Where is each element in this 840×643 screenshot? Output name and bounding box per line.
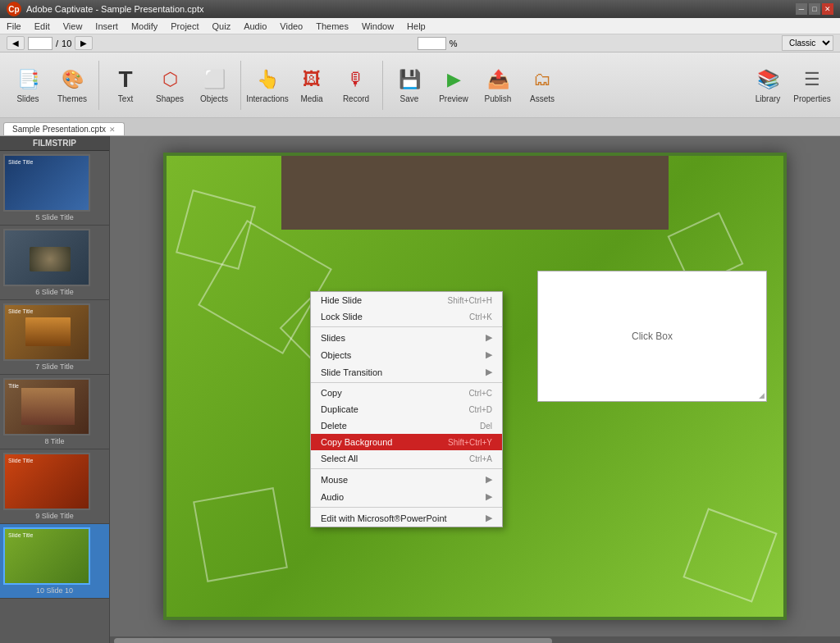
save-label: Save (400, 94, 419, 103)
nav-prev-button[interactable]: ◀ (7, 36, 25, 50)
ctx-duplicate-shortcut: Ctrl+D (468, 405, 492, 414)
sep-3 (382, 61, 383, 110)
publish-button[interactable]: 📤 Publish (477, 57, 519, 113)
ctx-edit-powerpoint[interactable]: Edit with Microsoft®PowerPoint ▶ (311, 509, 502, 527)
menu-item-view[interactable]: View (57, 18, 89, 34)
app-logo: Cp (7, 2, 21, 16)
assets-label: Assets (530, 94, 555, 103)
record-button[interactable]: 🎙 Record (335, 57, 377, 113)
ctx-slides[interactable]: Slides ▶ (311, 329, 502, 346)
menu-item-video[interactable]: Video (273, 18, 309, 34)
themes-button[interactable]: 🎨 Themes (51, 57, 94, 113)
menu-item-edit[interactable]: Edit (28, 18, 57, 34)
slide-canvas: Click Box ◢ Hide Slide Shift+Ctrl+H Lock… (163, 153, 787, 620)
menu-item-help[interactable]: Help (400, 18, 432, 34)
ctx-lock-slide[interactable]: Lock Slide Ctrl+K (311, 308, 502, 325)
slides-label: Slides (16, 94, 39, 103)
slides-button[interactable]: 📑 Slides (7, 57, 49, 113)
shapes-icon: ⬡ (157, 66, 183, 93)
menu-item-project[interactable]: Project (164, 18, 205, 34)
library-label: Library (756, 94, 781, 103)
ctx-hide-slide[interactable]: Hide Slide Shift+Ctrl+H (311, 292, 502, 308)
close-button[interactable]: ✕ (822, 3, 833, 15)
resize-handle[interactable]: ◢ (759, 391, 765, 399)
minimize-button[interactable]: ─ (796, 3, 807, 15)
preview-label: Preview (439, 94, 468, 103)
menu-bar: FileEditViewInsertModifyProjectQuizAudio… (0, 18, 840, 34)
filmstrip-thumb-5: Slide Title (3, 154, 90, 212)
properties-icon: ☰ (799, 66, 825, 93)
filmstrip-item-5[interactable]: Slide Title 5 Slide Title (0, 151, 109, 226)
menu-item-audio[interactable]: Audio (237, 18, 273, 34)
ctx-delete[interactable]: Delete Del (311, 417, 502, 434)
filmstrip-label-7: 7 Slide Title (3, 363, 106, 371)
text-icon: T (112, 66, 139, 93)
ctx-select-all[interactable]: Select All Ctrl+A (311, 450, 502, 467)
layout-dropdown[interactable]: Classic (782, 35, 833, 51)
ctx-mouse-arrow: ▶ (486, 474, 492, 485)
ctx-sep-2 (311, 382, 502, 383)
filmstrip-item-7[interactable]: Slide Title 7 Slide Title (0, 300, 109, 375)
properties-button[interactable]: ☰ Properties (791, 57, 833, 113)
assets-button[interactable]: 🗂 Assets (521, 57, 564, 113)
h-scrollbar[interactable] (110, 636, 840, 643)
ctx-objects-arrow: ▶ (486, 349, 492, 360)
ctx-audio-arrow: ▶ (486, 491, 492, 502)
tab-close-icon[interactable]: ✕ (109, 125, 116, 134)
ctx-slide-transition-label: Slide Transition (321, 367, 382, 377)
page-current-input[interactable]: 10 (28, 37, 52, 50)
filmstrip-thumb-8: Title (3, 378, 90, 436)
menu-item-window[interactable]: Window (355, 18, 400, 34)
menu-item-file[interactable]: File (0, 18, 28, 34)
shapes-button[interactable]: ⬡ Shapes (148, 57, 191, 113)
document-tab[interactable]: Sample Presentation.cptx ✕ (3, 122, 125, 135)
interactions-icon: 👆 (254, 66, 281, 93)
menu-item-themes[interactable]: Themes (309, 18, 355, 34)
maximize-button[interactable]: □ (809, 3, 820, 15)
media-icon: 🖼 (299, 66, 325, 93)
main-layout: FILMSTRIP Slide Title 5 Slide Title 6 Sl… (0, 136, 840, 643)
menu-item-modify[interactable]: Modify (125, 18, 164, 34)
save-icon: 💾 (396, 66, 422, 93)
assets-icon: 🗂 (529, 66, 555, 93)
filmstrip-thumb-10: Slide Title (3, 527, 90, 585)
library-button[interactable]: 📚 Library (746, 57, 789, 113)
nav-next-button[interactable]: ▶ (75, 36, 93, 50)
ctx-slides-arrow: ▶ (486, 332, 492, 343)
menu-item-quiz[interactable]: Quiz (206, 18, 238, 34)
canvas-area[interactable]: Click Box ◢ Hide Slide Shift+Ctrl+H Lock… (110, 136, 840, 643)
zoom-input[interactable]: 100 (418, 37, 446, 50)
ctx-copy[interactable]: Copy Ctrl+C (311, 385, 502, 401)
filmstrip-label-9: 9 Slide Title (3, 512, 106, 520)
ctx-audio[interactable]: Audio ▶ (311, 488, 502, 505)
interactions-button[interactable]: 👆 Interactions (246, 57, 289, 113)
ctx-hide-slide-label: Hide Slide (321, 295, 362, 305)
ctx-select-all-shortcut: Ctrl+A (469, 454, 492, 463)
objects-button[interactable]: ⬜ Objects (193, 57, 235, 113)
media-button[interactable]: 🖼 Media (290, 57, 333, 113)
ctx-slide-transition[interactable]: Slide Transition ▶ (311, 363, 502, 381)
ctx-duplicate[interactable]: Duplicate Ctrl+D (311, 401, 502, 417)
filmstrip-item-8[interactable]: Title 8 Title (0, 375, 109, 449)
media-label: Media (300, 94, 322, 103)
filmstrip-label-5: 5 Slide Title (3, 213, 106, 221)
filmstrip-item-6[interactable]: 6 Slide Title (0, 226, 109, 300)
ctx-edit-powerpoint-arrow: ▶ (486, 513, 492, 523)
ctx-objects[interactable]: Objects ▶ (311, 346, 502, 363)
slides-icon: 📑 (15, 66, 41, 93)
publish-icon: 📤 (485, 66, 511, 93)
tab-label: Sample Presentation.cptx (12, 125, 106, 134)
themes-icon: 🎨 (59, 66, 85, 93)
filmstrip-item-9[interactable]: Slide Title 9 Slide Title (0, 449, 109, 524)
ctx-mouse[interactable]: Mouse ▶ (311, 471, 502, 488)
save-button[interactable]: 💾 Save (388, 57, 431, 113)
filmstrip-item-10[interactable]: Slide Title 10 Slide 10 (0, 524, 109, 599)
page-total: 10 (62, 39, 71, 48)
ctx-copy-background[interactable]: Copy Background Shift+Ctrl+Y (311, 434, 502, 450)
main-toolbar: 📑 Slides 🎨 Themes T Text ⬡ Shapes ⬜ Obje… (0, 52, 840, 118)
filmstrip-label-8: 8 Title (3, 437, 106, 445)
slide-dark-header (281, 156, 669, 230)
menu-item-insert[interactable]: Insert (89, 18, 125, 34)
text-button[interactable]: T Text (104, 57, 147, 113)
preview-button[interactable]: ▶ Preview (432, 57, 475, 113)
